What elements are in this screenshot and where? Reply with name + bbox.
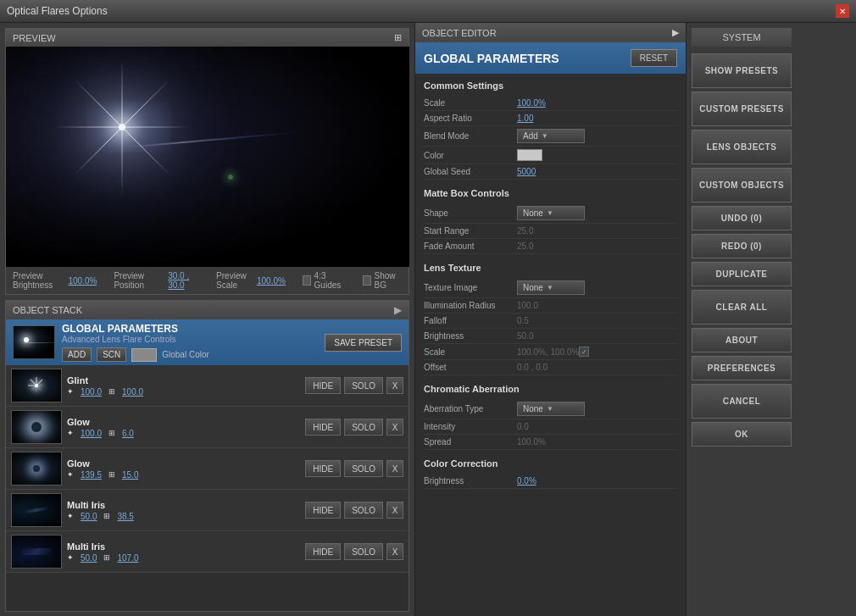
scale-label: Scale [424, 98, 517, 108]
section-matte-box: Matte Box Controls [424, 188, 677, 198]
item-size[interactable]: 100.0 [122, 387, 143, 397]
scn-button[interactable]: SCN [97, 347, 126, 362]
remove-button[interactable]: X [386, 377, 403, 394]
param-row-falloff: Falloff 0.5 [424, 314, 677, 329]
object-stack-header: OBJECT STACK ▶ [6, 301, 409, 319]
show-bg-checkbox[interactable] [363, 275, 371, 286]
remove-button[interactable]: X [386, 502, 403, 519]
cc-brightness-label: Brightness [424, 476, 517, 486]
aberration-type-dropdown[interactable]: None ▼ [517, 402, 585, 416]
item-brightness[interactable]: 139.5 [81, 470, 102, 480]
custom-objects-button[interactable]: CUSTOM OBJECTS [692, 168, 792, 203]
redo-button[interactable]: REDO (0) [692, 234, 792, 258]
solo-button[interactable]: SOLO [344, 543, 383, 560]
save-preset-button[interactable]: SAVE PRESET [325, 334, 402, 352]
seed-value[interactable]: 5000 [517, 167, 536, 176]
remove-button[interactable]: X [386, 419, 403, 436]
lens-objects-button[interactable]: LENS OBJECTS [692, 130, 792, 164]
brightness-icon: ✦ [67, 429, 74, 438]
close-button[interactable]: ✕ [836, 4, 849, 18]
item-size[interactable]: 6.0 [122, 429, 134, 438]
link-checkbox[interactable]: ✓ [579, 347, 589, 357]
shape-value: None [523, 208, 543, 218]
reset-button[interactable]: RESET [631, 49, 677, 67]
global-params-title: GLOBAL PARAMETERS [62, 323, 318, 335]
duplicate-button[interactable]: DUPLICATE [692, 262, 792, 286]
texture-dropdown[interactable]: None ▼ [517, 280, 585, 295]
object-stack-label: OBJECT STACK [13, 305, 82, 315]
hide-button[interactable]: HIDE [305, 377, 341, 394]
size-icon: ⊞ [108, 429, 115, 438]
guides-checkbox[interactable] [303, 275, 311, 286]
item-brightness[interactable]: 50.0 [81, 512, 97, 521]
section-color-correction: Color Correction [424, 458, 677, 469]
aspect-value[interactable]: 1.00 [517, 114, 533, 123]
object-stack: OBJECT STACK ▶ GLOBAL PARAMETERS Advance… [5, 300, 409, 612]
intensity-value: 0.0 [517, 422, 529, 431]
item-size[interactable]: 107.0 [117, 553, 138, 563]
dropdown-arrow-icon: ▼ [547, 284, 553, 291]
cancel-button[interactable]: CANCEL [692, 384, 792, 419]
brightness-value[interactable]: 100.0% [68, 276, 97, 286]
editor-expand-icon[interactable]: ▶ [672, 27, 679, 38]
blend-mode-dropdown[interactable]: Add ▼ [517, 129, 585, 143]
add-button[interactable]: ADD [62, 347, 92, 362]
about-button[interactable]: ABOUT [692, 328, 792, 352]
item-brightness[interactable]: 50.0 [81, 553, 97, 563]
color-swatch[interactable] [517, 149, 542, 161]
hide-button[interactable]: HIDE [305, 543, 341, 560]
custom-presets-button[interactable]: CUSTOM PRESETS [692, 92, 792, 126]
remove-button[interactable]: X [386, 460, 403, 477]
global-params-thumbnail [13, 325, 55, 359]
preview-header: PREVIEW ⊞ [6, 29, 409, 47]
ok-button[interactable]: OK [692, 422, 792, 447]
remove-button[interactable]: X [386, 543, 403, 560]
clear-all-button[interactable]: CLEAR ALL [692, 290, 792, 325]
illum-value: 100.0 [517, 301, 538, 310]
cc-brightness-value[interactable]: 0.0% [517, 476, 536, 486]
global-params-bar: GLOBAL PARAMETERS Advanced Lens Flare Co… [6, 319, 409, 365]
window-title: Optical Flares Options [7, 5, 108, 17]
hide-button[interactable]: HIDE [305, 502, 341, 519]
solo-button[interactable]: SOLO [344, 460, 383, 477]
item-name: Multi Iris [67, 500, 300, 510]
blend-label: Blend Mode [424, 131, 517, 141]
item-info: Multi Iris ✦ 50.0 ⊞ 107.0 [67, 541, 300, 563]
right-panel: SYSTEM SHOW PRESETS CUSTOM PRESETS LENS … [686, 23, 797, 616]
item-brightness[interactable]: 100.0 [81, 429, 102, 438]
scale-value[interactable]: 100.0% [517, 98, 546, 108]
hide-button[interactable]: HIDE [305, 419, 341, 436]
editor-scroll-area[interactable]: Common Settings Scale 100.0% Aspect Rati… [415, 74, 686, 616]
scale-value[interactable]: 100.0% [257, 276, 286, 286]
tex-brightness-label: Brightness [424, 331, 517, 341]
spread-value: 100.0% [517, 437, 546, 447]
undo-button[interactable]: UNDO (0) [692, 206, 792, 230]
brightness-icon: ✦ [67, 512, 74, 521]
solo-button[interactable]: SOLO [344, 502, 383, 519]
param-row-scale: Scale 100.0% [424, 96, 677, 111]
preview-canvas[interactable] [6, 47, 409, 267]
param-row-intensity: Intensity 0.0 [424, 419, 677, 435]
item-size[interactable]: 38.5 [117, 512, 133, 521]
global-color-label: Global Color [162, 350, 209, 359]
global-params-editor-title: GLOBAL PARAMETERS [424, 52, 559, 65]
global-color-swatch[interactable] [131, 348, 157, 362]
position-value[interactable]: 30.0 , 30.0 [168, 271, 199, 290]
preferences-button[interactable]: PREFERENCES [692, 356, 792, 380]
show-presets-button[interactable]: SHOW PRESETS [692, 53, 792, 88]
param-row-aspect: Aspect Ratio 1.00 [424, 111, 677, 126]
expand-icon[interactable]: ⊞ [394, 32, 402, 43]
shape-dropdown[interactable]: None ▼ [517, 206, 585, 220]
stack-arrow-icon[interactable]: ▶ [394, 304, 402, 316]
item-size[interactable]: 15.0 [122, 470, 138, 480]
show-bg-checkbox-group: Show BG [363, 271, 402, 290]
hide-button[interactable]: HIDE [305, 460, 341, 477]
green-flare-dot [228, 175, 233, 180]
solo-button[interactable]: SOLO [344, 419, 383, 436]
illum-label: Illumination Radius [424, 301, 517, 310]
item-buttons: HIDE SOLO X [305, 502, 403, 519]
solo-button[interactable]: SOLO [344, 377, 383, 394]
dropdown-arrow-icon: ▼ [547, 405, 553, 413]
item-buttons: HIDE SOLO X [305, 543, 403, 560]
item-brightness[interactable]: 100.0 [81, 387, 102, 397]
